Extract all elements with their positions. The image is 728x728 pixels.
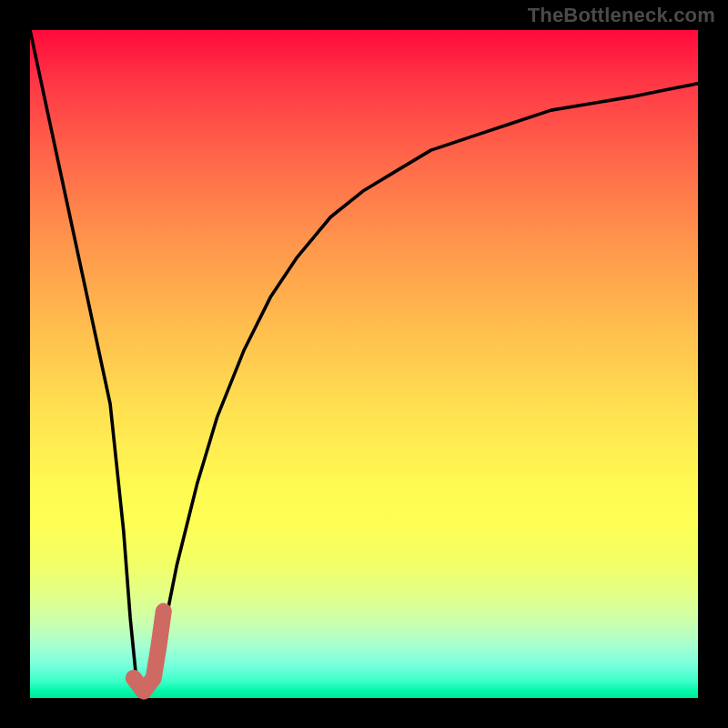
- watermark-text: TheBottleneck.com: [528, 4, 715, 27]
- bottleneck-curve: [30, 30, 698, 698]
- highlight-marker: [134, 612, 164, 692]
- chart-frame: TheBottleneck.com: [0, 0, 728, 728]
- plot-area: [30, 30, 698, 698]
- chart-svg: [30, 30, 698, 698]
